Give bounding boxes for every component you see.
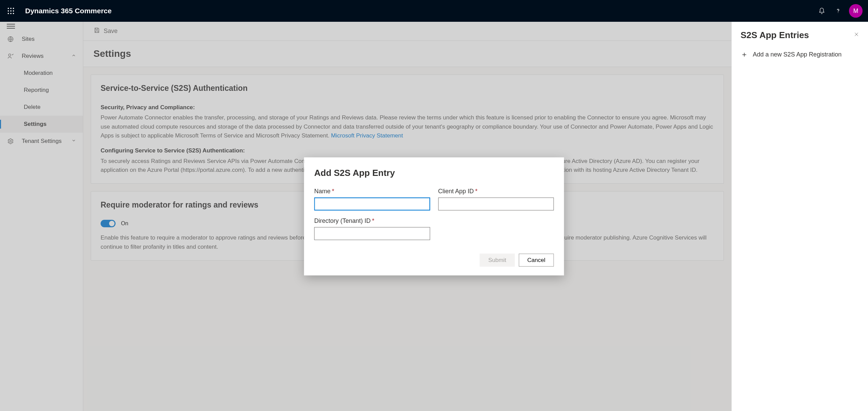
tenant-id-label: Directory (Tenant) ID* [314, 217, 430, 225]
sidebar-item-label: Sites [22, 36, 35, 43]
svg-point-5 [13, 10, 14, 12]
command-bar: Save [83, 22, 731, 41]
svg-point-12 [10, 141, 12, 142]
svg-point-9 [838, 12, 838, 13]
tenant-id-field: Directory (Tenant) ID* [314, 217, 430, 240]
tenant-id-input[interactable] [314, 227, 430, 240]
page-title: Settings [83, 41, 731, 67]
rightpane: S2S App Entries ＋ Add a new S2S App Regi… [731, 22, 868, 411]
reviews-icon [7, 53, 14, 60]
sidebar-item-label: Settings [24, 121, 47, 128]
name-field: Name* [314, 188, 430, 211]
privacy-link[interactable]: Microsoft Privacy Statement [331, 132, 403, 139]
chevron-up-icon [71, 53, 76, 60]
plus-icon: ＋ [741, 51, 748, 58]
client-app-id-field: Client App ID* [438, 188, 554, 211]
add-s2s-dialog: Add S2S App Entry Name* Client App ID* D… [304, 158, 564, 276]
name-input[interactable] [314, 198, 430, 211]
sidebar-item-reviews[interactable]: Reviews [0, 48, 83, 65]
cancel-button[interactable]: Cancel [519, 254, 554, 267]
hamburger-icon[interactable] [7, 24, 15, 29]
s2s-subheading: Security, Privacy and Compliance: [101, 103, 714, 112]
svg-point-6 [8, 13, 9, 14]
brand-title: Dynamics 365 Commerce [25, 7, 111, 15]
svg-point-4 [10, 10, 12, 12]
add-s2s-label: Add a new S2S App Registration [753, 51, 841, 58]
app-launcher-icon[interactable] [3, 3, 19, 19]
chevron-down-icon [71, 138, 76, 145]
topbar: Dynamics 365 Commerce M [0, 0, 868, 22]
svg-point-0 [8, 8, 9, 9]
name-label: Name* [314, 188, 430, 195]
avatar[interactable]: M [849, 4, 863, 18]
sidebar-item-moderation[interactable]: Moderation [0, 65, 83, 82]
toggle-label: On [121, 220, 128, 227]
sidebar-item-tenant-settings[interactable]: Tenant Settings [0, 133, 83, 150]
sidebar-item-label: Delete [24, 104, 40, 111]
s2s-subheading2: Configuring Service to Service (S2S) Aut… [101, 146, 714, 155]
svg-point-8 [13, 13, 14, 14]
sidebar-item-label: Tenant Settings [22, 138, 62, 145]
moderator-toggle[interactable] [101, 220, 116, 227]
rightpane-title: S2S App Entries [741, 30, 809, 40]
save-button[interactable]: Save [93, 27, 118, 35]
sidebar-item-delete[interactable]: Delete [0, 99, 83, 116]
sidebar-item-settings[interactable]: Settings [0, 116, 83, 133]
s2s-body: Power Automate Connector enables the tra… [101, 113, 714, 140]
dialog-title: Add S2S App Entry [314, 168, 554, 178]
bell-icon[interactable] [814, 3, 830, 19]
submit-button[interactable]: Submit [480, 254, 515, 267]
gear-icon [7, 138, 14, 145]
save-label: Save [104, 28, 118, 35]
sidebar-item-label: Reviews [22, 53, 44, 60]
sidebar-item-label: Moderation [24, 70, 53, 77]
globe-icon [7, 36, 14, 43]
add-s2s-link[interactable]: ＋ Add a new S2S App Registration [741, 51, 859, 58]
leftnav: Sites Reviews Moderation Reporting Delet… [0, 22, 83, 411]
close-icon[interactable] [854, 32, 859, 39]
svg-point-2 [13, 8, 14, 9]
svg-point-11 [8, 54, 11, 56]
client-app-id-label: Client App ID* [438, 188, 554, 195]
client-app-id-input[interactable] [438, 198, 554, 211]
svg-point-7 [10, 13, 12, 14]
svg-point-1 [10, 8, 12, 9]
save-icon [93, 27, 100, 35]
shell: Sites Reviews Moderation Reporting Delet… [0, 22, 868, 411]
sidebar-item-label: Reporting [24, 87, 49, 94]
sidebar-item-reporting[interactable]: Reporting [0, 82, 83, 99]
s2s-heading: Service-to-Service (S2S) Authentication [101, 84, 714, 93]
svg-point-3 [8, 10, 9, 12]
help-icon[interactable] [830, 3, 846, 19]
sidebar-item-sites[interactable]: Sites [0, 31, 83, 48]
